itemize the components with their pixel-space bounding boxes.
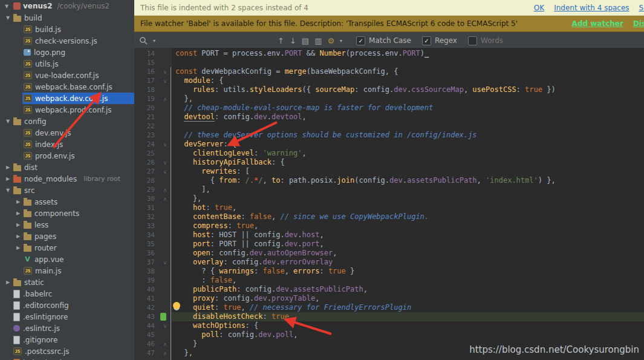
code-line-25[interactable]: 25 clientLogLevel: 'warning', — [134, 149, 644, 158]
search-icon[interactable] — [139, 36, 148, 45]
tree-item-logo-png[interactable]: logo.png — [0, 47, 134, 58]
code-line-23[interactable]: 23 // these devServer options should be … — [134, 131, 644, 140]
chevron-down-icon[interactable]: ▼ — [4, 188, 12, 193]
indent-with-4-spaces-link[interactable]: Indent with 4 spaces — [554, 4, 629, 12]
tree-item-dist[interactable]: ▶dist — [0, 162, 134, 173]
search-input[interactable] — [161, 36, 272, 45]
tree-item-components[interactable]: ▶components — [0, 208, 134, 219]
code-line-19[interactable]: 19∧ }, — [134, 94, 644, 103]
fold-collapse-icon[interactable]: ∨ — [158, 158, 172, 167]
code-line-24[interactable]: 24∨ devServer: { — [134, 140, 644, 149]
fold-end-icon[interactable]: ∧ — [158, 194, 172, 203]
tree-item-build-js[interactable]: JSbuild.js — [0, 24, 134, 35]
chevron-down-icon[interactable]: ▼ — [4, 119, 12, 124]
chevron-right-icon[interactable]: ▶ — [14, 245, 22, 250]
chevron-right-icon[interactable]: ▶ — [14, 199, 22, 205]
tree-item-index-html[interactable]: index.html — [0, 357, 134, 360]
code-line-31[interactable]: 31 hot: true, — [134, 203, 644, 212]
fold-end-icon[interactable]: ∧ — [158, 94, 172, 103]
code-line-29[interactable]: 29∧ ], — [134, 185, 644, 194]
fold-collapse-icon[interactable]: ∨ — [158, 167, 172, 176]
tree-item-index-js[interactable]: JSindex.js — [0, 139, 134, 150]
fold-collapse-icon[interactable]: ∨ — [158, 76, 172, 85]
tree-item-webpack-base-conf-js[interactable]: JSwebpack.base.conf.js — [0, 81, 134, 93]
code-line-34[interactable]: 34 host: HOST || config.dev.host, — [134, 231, 644, 240]
match-case-checkbox[interactable]: ✓ — [356, 36, 365, 45]
next-occurrence-icon[interactable]: ↓ — [290, 37, 296, 45]
tree-item-webpack-dev-conf-js[interactable]: JSwebpack.dev.conf.js — [0, 93, 134, 104]
tree-item-check-versions-js[interactable]: JScheck-versions.js — [0, 35, 134, 47]
tree-item-vue-loader-conf-js[interactable]: JSvue-loader.conf.js — [0, 70, 134, 81]
tree-item-pages[interactable]: ▶pages — [0, 231, 134, 242]
chevron-right-icon[interactable]: ▶ — [14, 222, 22, 227]
tree-item-prod-env-js[interactable]: JSprod.env.js — [0, 150, 134, 162]
code-line-33[interactable]: 33 compress: true, — [134, 221, 644, 231]
add-watcher-link[interactable]: Add watcher — [572, 19, 623, 28]
tree-item-router[interactable]: ▶router — [0, 242, 134, 254]
tree-item-less[interactable]: ▶less — [0, 219, 134, 231]
fold-collapse-icon[interactable]: ∨ — [158, 140, 172, 149]
fold-collapse-icon[interactable]: ∨ — [158, 258, 172, 267]
tree-item-assets[interactable]: ▶assets — [0, 196, 134, 208]
code-line-14[interactable]: 14const PORT = process.env.PORT && Numbe… — [134, 49, 644, 58]
code-line-22[interactable]: 22 — [134, 122, 644, 131]
code-line-17[interactable]: 17∨ module: { — [134, 76, 644, 85]
code-line-37[interactable]: 37∨ overlay: config.dev.errorOverlay — [134, 258, 644, 267]
chevron-down-icon[interactable]: ▼ — [4, 15, 12, 21]
chevron-right-icon[interactable]: ▶ — [4, 176, 12, 182]
code-line-39[interactable]: 39 : false, — [134, 276, 644, 285]
gear-caret-icon[interactable]: ▾ — [340, 38, 342, 44]
tree-item-build[interactable]: ▼build — [0, 12, 134, 24]
dismiss-link[interactable]: Dismiss — [633, 19, 644, 28]
code-line-20[interactable]: 20 // cheap-module-eval-source-map is fa… — [134, 103, 644, 113]
search-history-caret-icon[interactable]: ▾ — [153, 38, 155, 44]
intention-bulb-icon[interactable] — [173, 302, 180, 309]
code-line-15[interactable]: 15 — [134, 58, 644, 67]
project-root[interactable]: ▼ venus2 /cooky/venus2 — [0, 0, 134, 12]
code-line-32[interactable]: 32 contentBase: false, // since we use C… — [134, 212, 644, 221]
code-line-38[interactable]: 38 ? { warnings: false, errors: true } — [134, 267, 644, 276]
code-line-45[interactable]: 45 poll: config.dev.poll, — [134, 330, 644, 339]
regex-option[interactable]: ✓Regex — [422, 36, 457, 45]
code-line-36[interactable]: 36 open: config.dev.autoOpenBrowser, — [134, 249, 644, 258]
tree-item-eslintrc-js[interactable]: .eslintrc.js — [0, 322, 134, 334]
tree-item-eslintignore[interactable]: .eslintignore — [0, 311, 134, 322]
gear-icon[interactable]: ⚙ — [327, 37, 334, 45]
show-link[interactable]: Show — [639, 4, 644, 12]
code-line-43[interactable]: 43 disableHostCheck: true, — [134, 312, 644, 321]
code-line-27[interactable]: 27∨ rewrites: [ — [134, 167, 644, 176]
previous-occurrence-icon[interactable]: ↑ — [278, 37, 284, 45]
tree-item-babelrc[interactable]: .babelrc — [0, 288, 134, 299]
fold-collapse-icon[interactable]: ∨ — [158, 321, 172, 330]
tree-item-app-vue[interactable]: Vapp.vue — [0, 254, 134, 265]
words-checkbox[interactable] — [468, 36, 477, 45]
fold-end-icon[interactable]: ∧ — [158, 185, 172, 194]
code-line-16[interactable]: 16∨const devWebpackConfig = merge(baseWe… — [134, 67, 644, 76]
fold-end-icon[interactable]: ∧ — [158, 339, 172, 349]
code-line-26[interactable]: 26∨ historyApiFallback: { — [134, 158, 644, 167]
code-line-42[interactable]: 42 quiet: true, // necessary for Friendl… — [134, 303, 644, 312]
code-line-21[interactable]: 21 devtool: config.dev.devtool, — [134, 113, 644, 122]
fold-collapse-icon[interactable]: ∨ — [158, 67, 172, 76]
fold-end-icon[interactable]: ∧ — [158, 349, 172, 358]
regex-checkbox[interactable]: ✓ — [422, 36, 431, 45]
match-case-option[interactable]: ✓Match Case — [356, 36, 411, 45]
tree-item-editorconfig[interactable]: .editorconfig — [0, 299, 134, 311]
chevron-right-icon[interactable]: ▶ — [14, 211, 22, 216]
chevron-right-icon[interactable]: ▶ — [4, 165, 12, 170]
tree-item-gitignore[interactable]: .gitignore — [0, 334, 134, 345]
code-line-41[interactable]: 41 proxy: config.dev.proxyTable, — [134, 294, 644, 303]
tree-item-webpack-prod-conf-js[interactable]: JSwebpack.prod.conf.js — [0, 104, 134, 116]
code-line-44[interactable]: 44∨ watchOptions: { — [134, 321, 644, 330]
code-line-28[interactable]: 28 { from: /.*/, to: path.posix.join(con… — [134, 176, 644, 185]
tree-item-utils-js[interactable]: JSutils.js — [0, 58, 134, 70]
chevron-right-icon[interactable]: ▶ — [14, 234, 22, 239]
tree-item-dev-env-js[interactable]: JSdev.env.js — [0, 127, 134, 139]
tree-item-postcssrc-js[interactable]: JS.postcssrc.js — [0, 345, 134, 357]
ok-link[interactable]: OK — [534, 4, 544, 12]
tree-item-config[interactable]: ▼config — [0, 116, 134, 127]
chevron-right-icon[interactable]: ▶ — [4, 280, 12, 285]
tree-item-src[interactable]: ▼src — [0, 185, 134, 196]
tree-item-main-js[interactable]: JSmain.js — [0, 265, 134, 277]
filter-icon[interactable]: ▥ — [314, 37, 322, 45]
